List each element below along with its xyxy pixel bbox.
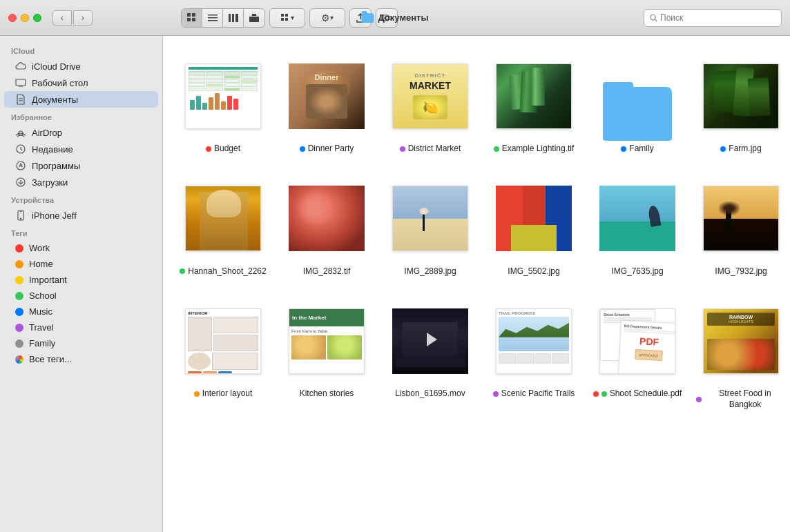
search-input[interactable] [660,13,775,23]
tag-work-label: Work [29,243,50,253]
file-item-example-lighting[interactable]: Example Lighting.tif [485,47,583,159]
sidebar-item-tag-all[interactable]: Все теги... [4,351,158,367]
budget-filename: Budget [214,144,240,155]
file-item-img7932[interactable]: IMG_7932.jpg [692,170,790,282]
svg-rect-6 [208,20,218,21]
sidebar-item-tag-home[interactable]: Home [4,256,158,272]
sidebar-item-tag-music[interactable]: Music [4,304,158,319]
list-view-button[interactable] [202,9,223,27]
tag-all-dot [15,355,23,364]
sidebar-item-tag-work[interactable]: Work [4,240,158,256]
scenic-filename: Scenic Pacific Trails [501,388,575,400]
img5502-name-row: IMG_5502.jpg [508,266,559,277]
sidebar-item-apps[interactable]: Программы [4,157,158,174]
file-item-district-market[interactable]: DISTRICT MARKET 🍋 District Market [381,47,479,159]
gallery-icon [249,14,259,22]
example-lighting-thumb [489,51,579,141]
settings-button[interactable]: ⚙ ▾ [310,9,345,27]
district-market-name-row: District Market [400,144,461,155]
file-item-family[interactable]: Family [588,47,686,159]
columns-view-button[interactable] [223,9,244,27]
list-icon [208,14,218,21]
kitchen-filename: Kitchen stories [300,388,354,400]
example-lighting-filename: Example Lighting.tif [502,144,575,155]
img7635-filename: IMG_7635.jpg [611,266,663,277]
img2889-name-row: IMG_2889.jpg [404,266,456,277]
dinner-party-thumb: Dinner [282,51,372,141]
img7932-name-row: IMG_7932.jpg [715,266,767,277]
tag-school-dot [15,292,23,300]
sidebar-item-desktop[interactable]: Рабочий стол [4,75,158,91]
svg-rect-10 [249,17,259,22]
apps-label: Программы [32,161,80,171]
gallery-view-button[interactable] [244,9,264,27]
svg-point-18 [651,14,655,19]
interior-thumb: INTERIOR [178,296,268,386]
shoot-schedule-tag-dot-2 [601,391,607,397]
airdrop-icon [15,127,26,138]
svg-rect-8 [232,14,234,22]
budget-name-row: Budget [206,144,240,155]
file-item-street-food[interactable]: RAINBOW HIGHLIGHTS Street Food in Bangko… [692,292,790,414]
file-item-kitchen[interactable]: In the Market From Farm to Table [278,292,376,414]
file-item-img7635[interactable]: IMG_7635.jpg [588,170,686,282]
sidebar-item-iphone[interactable]: iPhone Jeff [4,207,158,224]
file-item-hannah[interactable]: Hannah_Shoot_2262 [174,170,272,282]
file-item-lisbon[interactable]: Lisbon_61695.mov [381,292,479,414]
family-name-row: Family [621,144,653,155]
recent-icon [15,144,26,155]
example-lighting-tag-dot [494,146,499,152]
file-item-scenic[interactable]: TRAIL PROGRESS [485,292,583,414]
farm-thumb [696,51,786,141]
sidebar-item-tag-school[interactable]: School [4,288,158,304]
window-title: Документы [378,12,428,23]
lisbon-thumb [385,296,475,386]
file-item-img5502[interactable]: IMG_5502.jpg [485,170,583,282]
desktop-label: Рабочий стол [32,78,88,88]
minimize-button[interactable] [21,14,29,22]
file-item-interior[interactable]: INTERIOR [174,292,272,414]
search-box[interactable] [644,9,782,27]
downloads-icon [15,177,26,188]
budget-thumb [178,51,268,141]
sidebar-item-icloud-drive[interactable]: iCloud Drive [4,58,158,75]
file-grid: Budget Dinner Dinner Party [174,47,779,414]
icloud-drive-icon [15,61,26,72]
sidebar-item-tag-family[interactable]: Family [4,335,158,351]
svg-rect-14 [281,18,284,21]
grid-view-button[interactable] [182,9,202,27]
columns-icon [229,14,238,22]
district-market-thumb: DISTRICT MARKET 🍋 [385,51,475,141]
dinner-party-name-row: Dinner Party [300,144,354,155]
grid-size-button[interactable]: ▾ [270,9,305,27]
file-item-farm[interactable]: Farm.jpg [692,47,790,159]
sidebar-item-recent[interactable]: Недавние [4,141,158,157]
file-item-img2889[interactable]: IMG_2889.jpg [381,170,479,282]
file-item-img2832[interactable]: IMG_2832.tif [278,170,376,282]
downloads-label: Загрузки [32,177,68,188]
back-button[interactable]: ‹ [52,10,72,26]
sidebar-item-downloads[interactable]: Загрузки [4,174,158,190]
forward-button[interactable]: › [73,10,93,26]
img2832-name-row: IMG_2832.tif [303,266,351,277]
tag-work-dot [15,244,23,253]
close-button[interactable] [8,14,17,22]
svg-rect-13 [285,14,288,17]
file-item-shoot-schedule[interactable]: Bill Department Details PDF APPROVED Sho… [588,292,686,414]
sidebar-item-tag-important[interactable]: Important [4,272,158,288]
sidebar-item-airdrop[interactable]: AirDrop [4,124,158,141]
family-thumb [592,51,682,141]
grid-size-icon [281,14,289,22]
file-item-budget[interactable]: Budget [174,47,272,159]
file-item-dinner-party[interactable]: Dinner Dinner Party [278,47,376,159]
sidebar-item-tag-travel[interactable]: Travel [4,319,158,335]
tag-school-label: School [29,290,57,301]
scenic-thumb: TRAIL PROGRESS [489,296,579,386]
sidebar-item-documents[interactable]: Документы [4,91,158,108]
tag-important-dot [15,276,23,284]
view-mode-group [181,8,265,28]
interior-tag-dot [194,391,200,397]
fullscreen-button[interactable] [33,14,41,22]
folder-icon [361,13,374,23]
img5502-thumb [489,174,579,264]
